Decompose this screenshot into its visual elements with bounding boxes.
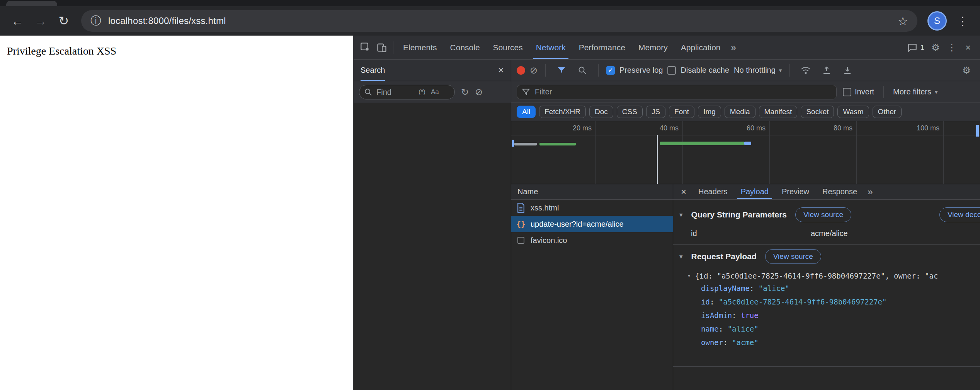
pill-manifest[interactable]: Manifest <box>759 106 798 118</box>
more-details-tabs-icon[interactable]: » <box>864 186 876 197</box>
json-property[interactable]: id: "a5c0d1ee-7825-4614-9ff6-98b04697227… <box>701 295 974 309</box>
request-row[interactable]: favicon.ico <box>511 232 673 248</box>
issues-indicator[interactable]: 1 <box>904 43 927 53</box>
more-tabs-icon[interactable]: » <box>727 42 740 53</box>
search-clear-icon[interactable]: ⊘ <box>475 87 483 97</box>
json-root-line[interactable]: ▾ {id: "a5c0d1ee-7825-4614-9ff6-98b04697… <box>673 269 980 280</box>
tab-headers[interactable]: Headers <box>692 184 734 199</box>
filter-field[interactable] <box>517 85 837 99</box>
network-settings-icon[interactable]: ⚙ <box>958 62 975 79</box>
collapse-icon[interactable]: ▾ <box>679 211 683 219</box>
record-icon[interactable] <box>517 66 525 75</box>
invert-checkbox-group[interactable]: Invert <box>843 87 874 96</box>
pill-all[interactable]: All <box>517 106 536 118</box>
request-name: favicon.ico <box>531 236 567 245</box>
device-toolbar-icon[interactable] <box>374 39 390 56</box>
pill-doc[interactable]: Doc <box>589 106 613 118</box>
clear-network-log-icon[interactable]: ⊘ <box>530 66 538 75</box>
import-har-icon[interactable] <box>839 62 856 79</box>
pill-wasm[interactable]: Wasm <box>837 106 869 118</box>
selection-handle[interactable] <box>512 140 514 147</box>
json-property[interactable]: isAdmin: true <box>701 309 974 322</box>
json-property[interactable]: owner: "acme" <box>701 336 974 349</box>
tab-response[interactable]: Response <box>816 184 864 199</box>
time-label: 80 ms <box>806 124 852 132</box>
pill-other[interactable]: Other <box>873 106 902 118</box>
site-info-icon[interactable]: ⓘ <box>90 14 101 28</box>
json-property[interactable]: displayName: "alice" <box>701 282 974 295</box>
search-close-icon[interactable]: × <box>498 64 504 76</box>
filter-icon[interactable] <box>553 62 570 79</box>
forward-icon[interactable]: → <box>30 10 51 31</box>
time-label: 100 ms <box>893 124 939 132</box>
filter-input[interactable] <box>534 87 832 97</box>
preserve-log-checkbox[interactable]: ✓ <box>606 66 615 75</box>
json-property[interactable]: name: "alice" <box>701 322 974 336</box>
request-payload-section-header: ▾ Request Payload View source <box>673 245 980 269</box>
pill-font[interactable]: Font <box>669 106 694 118</box>
view-source-button[interactable]: View source <box>765 249 821 264</box>
grid-line <box>943 121 944 184</box>
devtools-settings-icon[interactable]: ⚙ <box>927 39 944 56</box>
view-source-button[interactable]: View source <box>795 207 851 222</box>
network-overview[interactable]: 20 ms 40 ms 60 ms 80 ms 100 ms <box>511 121 980 184</box>
tab-console[interactable]: Console <box>444 36 487 59</box>
tab-application[interactable]: Application <box>674 36 727 59</box>
browser-menu-icon[interactable]: ⋮ <box>952 14 973 28</box>
tab-performance[interactable]: Performance <box>572 36 632 59</box>
tab-sources[interactable]: Sources <box>487 36 529 59</box>
search-results-area <box>354 103 511 390</box>
export-har-icon[interactable] <box>818 62 835 79</box>
tab-payload[interactable]: Payload <box>734 184 775 199</box>
divider <box>598 64 599 77</box>
inspect-icon[interactable] <box>357 39 374 56</box>
devtools-menu-icon[interactable]: ⋮ <box>944 39 960 56</box>
regex-toggle[interactable]: (*) <box>417 87 427 97</box>
view-decoded-button[interactable]: View decoded <box>939 207 980 222</box>
grid-line <box>769 121 770 184</box>
profile-avatar[interactable]: S <box>927 11 947 31</box>
details-tabbar: × Headers Payload Preview Response » <box>673 184 980 200</box>
devtools-close-icon[interactable]: × <box>960 39 976 56</box>
disable-cache-checkbox[interactable] <box>667 66 676 75</box>
invert-label: Invert <box>855 87 874 96</box>
request-type-filters: All Fetch/XHR Doc CSS JS Font Img Media … <box>511 103 980 121</box>
pill-css[interactable]: CSS <box>617 106 643 118</box>
request-row-selected[interactable]: {} update-user?id=acme/alice <box>511 216 673 232</box>
find-field[interactable]: (*) Aa <box>359 85 455 99</box>
match-case-toggle[interactable]: Aa <box>430 87 440 97</box>
search-header: Search × <box>354 60 511 81</box>
pill-socket[interactable]: Socket <box>801 106 834 118</box>
bookmark-star-icon[interactable]: ☆ <box>898 14 908 28</box>
pill-js[interactable]: JS <box>646 106 665 118</box>
collapse-icon[interactable]: ▾ <box>679 253 683 261</box>
tab-elements[interactable]: Elements <box>396 36 444 59</box>
reload-icon[interactable]: ↻ <box>53 10 74 31</box>
pill-fetch-xhr[interactable]: Fetch/XHR <box>539 106 586 118</box>
collapse-icon[interactable]: ▾ <box>687 272 691 280</box>
name-column-header[interactable]: Name <box>511 184 673 200</box>
network-search-icon[interactable] <box>574 62 590 79</box>
generic-file-icon <box>516 237 526 244</box>
address-bar[interactable]: ⓘ localhost:8000/files/xss.html ☆ <box>81 10 917 32</box>
pill-media[interactable]: Media <box>725 106 755 118</box>
tab-network[interactable]: Network <box>529 36 572 59</box>
waterfall-bar-download <box>539 143 576 145</box>
find-input[interactable] <box>376 87 414 97</box>
tab-memory[interactable]: Memory <box>632 36 674 59</box>
request-name: update-user?id=acme/alice <box>531 220 624 229</box>
browser-tab[interactable] <box>6 1 57 6</box>
search-refresh-icon[interactable]: ↻ <box>461 87 469 97</box>
url-text[interactable]: localhost:8000/files/xss.html <box>108 15 891 26</box>
devtools-panel: Elements Console Sources Network Perform… <box>353 36 980 390</box>
tab-preview[interactable]: Preview <box>775 184 816 199</box>
network-conditions-icon[interactable] <box>798 62 814 79</box>
throttling-dropdown[interactable]: No throttling ▾ <box>734 66 782 75</box>
more-filters-dropdown[interactable]: More filters ▾ <box>893 87 937 96</box>
grid-line <box>856 121 857 184</box>
details-close-icon[interactable]: × <box>675 186 692 197</box>
pill-img[interactable]: Img <box>698 106 721 118</box>
back-icon[interactable]: ← <box>7 10 28 31</box>
invert-checkbox[interactable] <box>843 88 851 96</box>
request-row[interactable]: xss.html <box>511 200 673 216</box>
